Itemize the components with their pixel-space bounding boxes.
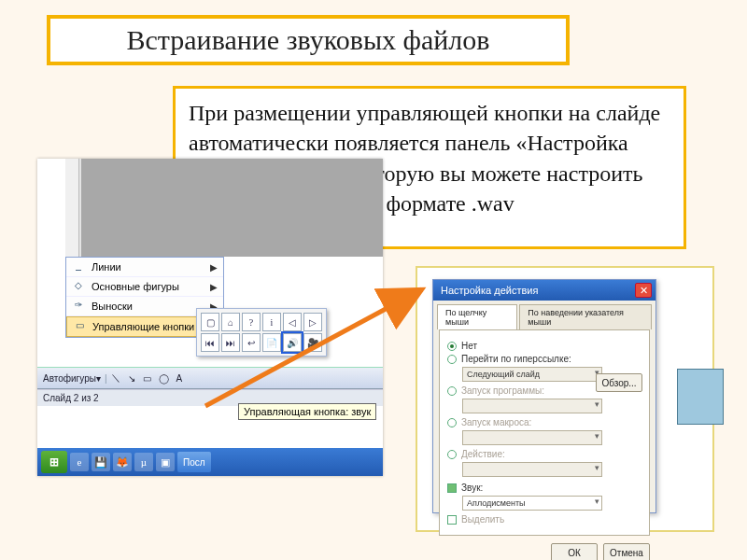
option-action[interactable]: Действие: [447,449,641,459]
dialog-pane: Нет Перейти по гиперссылке: Следующий сл… [439,329,650,536]
option-label: Действие: [461,449,505,459]
option-none[interactable]: Нет [447,341,641,351]
option-label: Выделить [461,514,504,525]
taskbar-icon[interactable]: 💾 [92,453,110,471]
combo-value: Аплодисменты [463,498,526,508]
taskbar-icon[interactable]: µ [134,453,153,471]
arrow-tool-icon[interactable]: ↘ [128,373,135,384]
action-button-cell[interactable]: 🎥 [303,333,322,352]
action-settings-dialog: Настройка действия ✕ По щелчку мыши По н… [432,279,656,513]
menu-label: Выноски [92,301,133,312]
windows-taskbar: ⊞ e 💾 🦊 µ ▣ Посл [37,448,383,476]
cancel-button[interactable]: Отмена [603,543,650,560]
radio-icon [447,418,457,427]
slide-shape-placeholder [677,369,724,425]
action-button-cell[interactable]: ▷ [303,313,322,331]
basic-shapes-icon: ◇ [70,280,87,293]
taskbar-icon[interactable]: e [70,453,89,471]
textbox-tool-icon[interactable]: A [176,373,183,384]
start-button[interactable]: ⊞ [41,451,67,473]
action-combo[interactable] [462,462,602,477]
action-button-cell[interactable]: ▢ [201,313,219,331]
line-tool-icon[interactable]: ＼ [111,371,120,385]
action-button-cell[interactable]: ↩ [242,333,261,352]
taskbar-app-label: Посл [183,457,205,468]
action-button-cell[interactable]: 📄 [262,333,281,352]
program-path-field[interactable] [462,399,602,413]
submenu-arrow-icon: ▶ [210,262,218,273]
tooltip: Управляющая кнопка: звук [238,403,376,420]
taskbar-icon[interactable]: 🦊 [113,453,132,471]
option-label: Звук: [461,483,483,493]
combo-value: Следующий слайд [463,370,540,379]
radio-icon [447,355,457,364]
taskbar-app-button[interactable]: Посл [177,452,211,472]
option-label: Перейти по гиперссылке: [461,354,571,364]
tab-on-click[interactable]: По щелчку мыши [437,304,517,329]
radio-icon [447,450,457,459]
tab-label: По наведении указателя мыши [528,308,624,327]
sound-combo[interactable]: Аплодисменты [462,496,602,511]
menu-label: Управляющие кнопки [92,321,194,332]
menu-label: Основные фигуры [92,281,179,292]
action-button-cell[interactable]: ? [242,313,261,331]
dropdown-icon: ▾ [96,373,101,384]
screenshot-action-settings-dialog: Настройка действия ✕ По щелчку мыши По н… [416,266,714,532]
button-label: Обзор... [601,378,636,388]
action-button-sound[interactable]: 🔊 [283,333,302,352]
option-label: Нет [461,341,477,351]
autoshapes-button[interactable]: Автофигуры [43,373,96,384]
hyperlink-combo[interactable]: Следующий слайд [462,367,602,382]
macro-combo[interactable] [462,430,602,445]
submenu-arrow-icon: ▶ [210,282,218,292]
option-run-macro[interactable]: Запуск макроса: [447,417,641,427]
dialog-tabs: По щелчку мыши По наведении указателя мы… [433,301,655,329]
page-title: Встраивание звуковых файлов [127,24,490,56]
menu-label: Линии [92,261,121,273]
action-button-cell[interactable]: ⌂ [221,313,240,331]
option-label: Запуск макроса: [461,417,531,427]
button-label: ОК [568,548,581,558]
option-hyperlink[interactable]: Перейти по гиперссылке: [447,354,641,364]
menu-item-basic-shapes[interactable]: ◇ Основные фигуры ▶ [66,277,223,297]
checkbox-icon [447,483,457,493]
slide-counter: Слайд 2 из 2 [43,393,99,403]
action-button-cell[interactable]: ◁ [283,313,302,331]
action-button-cell[interactable]: ⏮ [201,333,219,352]
menu-item-lines[interactable]: ⎯ Линии ▶ [66,258,223,277]
taskbar-icon[interactable]: ▣ [156,453,175,471]
oval-tool-icon[interactable]: ◯ [159,373,169,384]
close-button[interactable]: ✕ [635,283,652,298]
radio-icon [447,342,457,351]
tab-on-hover[interactable]: По наведении указателя мыши [519,304,652,329]
option-label: Запуск программы: [461,385,544,396]
title-banner: Встраивание звуковых файлов [47,15,570,65]
slide-editor-area [79,159,383,257]
checkbox-icon [447,515,457,525]
dialog-title: Настройка действия [441,285,538,296]
rectangle-tool-icon[interactable]: ▭ [143,373,151,384]
radio-icon [447,386,457,396]
vertical-ruler [65,159,79,257]
browse-button[interactable]: Обзор... [596,373,642,392]
callouts-icon: ✑ [70,300,87,313]
action-button-cell[interactable]: ⏭ [221,333,240,352]
option-highlight[interactable]: Выделить [447,514,641,525]
drawing-toolbar: Автофигуры ▾ | ＼ ↘ ▭ ◯ A [37,367,383,389]
tab-label: По щелчку мыши [445,308,486,327]
action-button-grid: ▢ ⌂ ? i ◁ ▷ ⏮ ⏭ ↩ 📄 🔊 🎥 [196,308,327,357]
action-button-cell[interactable]: i [262,313,281,331]
dialog-titlebar: Настройка действия ✕ [433,280,655,301]
option-sound[interactable]: Звук: [447,483,641,493]
dialog-button-row: ОК Отмена [433,543,650,560]
lines-icon: ⎯ [70,260,87,273]
ok-button[interactable]: ОК [551,543,598,560]
button-label: Отмена [610,548,643,558]
tooltip-text: Управляющая кнопка: звук [244,406,371,417]
action-buttons-icon: ▭ [71,320,88,333]
